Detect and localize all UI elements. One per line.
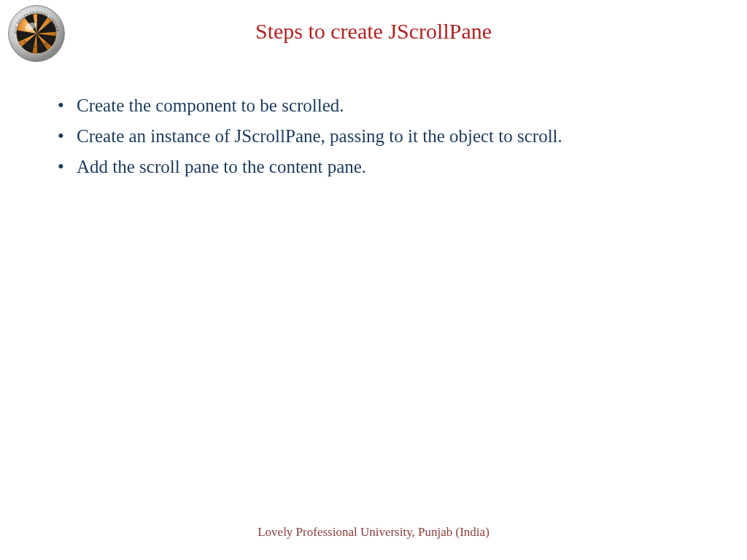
- list-item: Create an instance of JScrollPane, passi…: [55, 122, 703, 151]
- slide-footer: Lovely Professional University, Punjab (…: [0, 525, 747, 540]
- steps-list: Create the component to be scrolled. Cre…: [55, 91, 703, 182]
- list-item: Create the component to be scrolled.: [55, 91, 703, 120]
- slide-body: Create the component to be scrolled. Cre…: [55, 91, 703, 183]
- slide-title: Steps to create JScrollPane: [0, 19, 747, 44]
- list-item: Add the scroll pane to the content pane.: [55, 152, 703, 182]
